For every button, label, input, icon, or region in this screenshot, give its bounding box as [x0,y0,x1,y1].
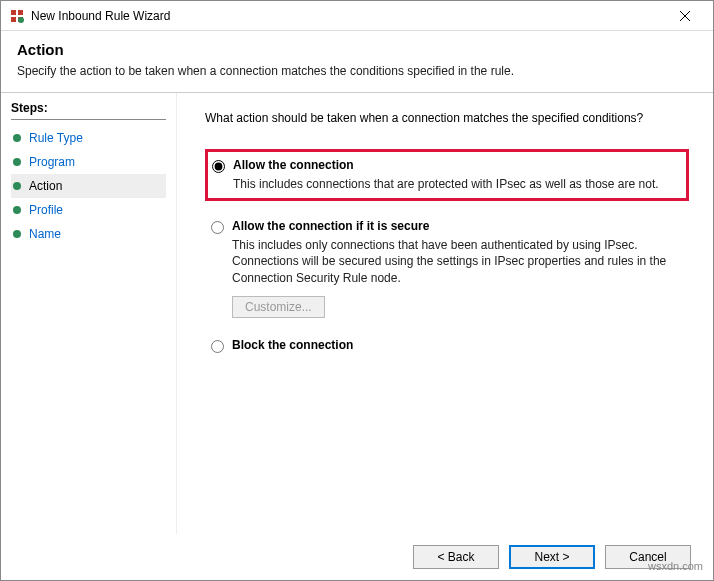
customize-button: Customize... [232,296,325,318]
step-item-name[interactable]: Name [11,222,166,246]
watermark: wsxdn.com [648,560,703,572]
option-desc: This includes only connections that have… [232,237,683,286]
step-label: Action [29,179,62,193]
window-title: New Inbound Rule Wizard [31,9,665,23]
option-desc: This includes connections that are prote… [233,176,682,192]
action-question: What action should be taken when a conne… [205,111,689,125]
bullet-icon [13,182,21,190]
header: Action Specify the action to be taken wh… [1,31,713,93]
bullet-icon [13,206,21,214]
wizard-window: New Inbound Rule Wizard Action Specify t… [0,0,714,581]
step-item-action[interactable]: Action [11,174,166,198]
option-title: Allow the connection [233,158,682,172]
step-label: Program [29,155,75,169]
option-block-the-connection: Block the connection [205,330,689,364]
step-item-program[interactable]: Program [11,150,166,174]
steps-title: Steps: [11,101,166,120]
option-allow-the-connection: Allow the connectionThis includes connec… [205,149,689,201]
radio[interactable] [211,221,224,234]
steps-panel: Steps: Rule TypeProgramActionProfileName [1,93,177,534]
bullet-icon [13,134,21,142]
svg-point-0 [18,17,24,23]
radio[interactable] [212,160,225,173]
option-title: Allow the connection if it is secure [232,219,683,233]
radio[interactable] [211,340,224,353]
step-label: Rule Type [29,131,83,145]
body: Steps: Rule TypeProgramActionProfileName… [1,93,713,534]
step-item-rule-type[interactable]: Rule Type [11,126,166,150]
step-item-profile[interactable]: Profile [11,198,166,222]
page-title: Action [17,41,697,58]
close-button[interactable] [665,2,705,30]
next-button[interactable]: Next > [509,545,595,569]
option-allow-the-connection-if-it-is-secure: Allow the connection if it is secureThis… [205,211,689,326]
page-subtitle: Specify the action to be taken when a co… [17,64,697,78]
titlebar: New Inbound Rule Wizard [1,1,713,31]
content-panel: What action should be taken when a conne… [177,93,713,534]
bullet-icon [13,158,21,166]
step-label: Profile [29,203,63,217]
option-title: Block the connection [232,338,683,352]
footer: < Back Next > Cancel [1,534,713,580]
step-label: Name [29,227,61,241]
back-button[interactable]: < Back [413,545,499,569]
firewall-icon [9,8,25,24]
bullet-icon [13,230,21,238]
